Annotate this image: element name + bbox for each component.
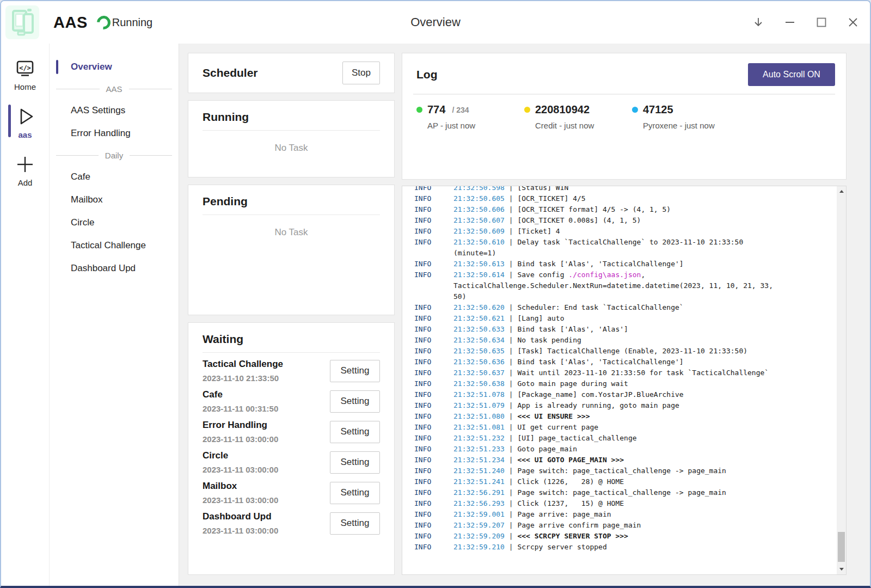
close-icon[interactable] [847,16,859,28]
log-entry-body: 21:32:51.233 | Goto page_main [453,444,786,455]
log-level: INFO [414,465,453,476]
nav-item-error-handling[interactable]: Error Handling [50,122,179,145]
rail-item-label: Home [14,82,36,91]
waiting-task-name: Circle [203,450,278,461]
metric-label: Credit - just now [524,121,632,130]
waiting-task-time: 2023-11-11 03:00:00 [203,526,278,535]
stop-button[interactable]: Stop [342,62,380,84]
log-message: Page arrive confirm page_main [517,521,641,529]
pending-card: Pending No Task [188,185,395,315]
log-level: INFO [414,455,453,465]
log-entry-body: 21:32:50.606 | [OCR_TICKET format] 4/5 -… [453,204,786,215]
log-entry: INFO 21:32:51.233 | Goto page_main [414,444,837,455]
log-entry-body: 21:32:51.078 | [Package_name] com.Yostar… [453,389,786,400]
nav-item-cafe[interactable]: Cafe [50,166,179,188]
rail-item-add[interactable]: Add [1,151,49,188]
log-entry-body: 21:32:59.001 | Page arrive: page_main [453,509,786,520]
rail-item-aas[interactable]: aas [1,103,49,140]
running-card: Running No Task [188,100,395,177]
log-separator: | [505,510,517,518]
log-level: INFO [414,204,453,215]
log-separator: | [505,347,517,355]
divider-line [130,155,172,156]
log-entry: INFO 21:32:51.234 | <<< UI GOTO PAGE_MAI… [414,455,837,465]
log-entry-body: 21:32:50.609 | [Ticket] 4 [453,226,786,237]
setting-button[interactable]: Setting [330,421,380,443]
scrollbar-down-arrow-icon[interactable] [837,565,846,574]
rail-item-home[interactable]: </> Home [1,56,49,93]
setting-button[interactable]: Setting [330,390,380,413]
maximize-icon[interactable] [815,16,827,28]
setting-button[interactable]: Setting [330,451,380,474]
log-entry: INFO 21:32:59.210 | Scrcpy server stoppe… [414,542,837,553]
log-level: INFO [414,367,453,378]
log-entry: INFO 21:32:51.232 | [UI] page_tactical_c… [414,433,837,444]
nav-item-label: Circle [71,217,94,228]
metric-dot-icon [416,107,422,113]
waiting-task-info: Tactical Challenge 2023-11-10 21:33:50 [203,359,283,383]
log-separator: | [505,445,517,453]
nav-item-overview[interactable]: Overview [50,56,179,78]
log-timestamp: 21:32:51.232 [453,434,505,442]
scheduler-status-text: Running [112,16,153,29]
dashboard-metric: 220810942 Credit - just now [524,103,632,130]
nav-item-aas-settings[interactable]: AAS Settings [50,99,179,122]
titlebar: AAS Running Overview [1,1,870,44]
scrollbar-thumb[interactable] [838,532,845,562]
setting-button[interactable]: Setting [330,482,380,504]
log-message: [OCR_TICKET 0.008s] (4, 1, 5) [517,216,641,224]
log-message: [Ticket] 4 [517,227,560,235]
log-level: INFO [414,357,453,367]
minimize-icon[interactable] [784,16,796,28]
log-timestamp: 21:32:50.633 [453,325,505,333]
update-down-arrow-icon[interactable] [752,16,764,28]
scrollbar-up-arrow-icon[interactable] [837,187,846,196]
log-timestamp: 21:32:50.606 [453,205,505,213]
log-entry-body: 21:32:50.607 | [OCR_TICKET 0.008s] (4, 1… [453,215,786,226]
log-timestamp: 21:32:50.598 [453,186,505,192]
log-level: INFO [414,259,453,270]
nav-item-label: Cafe [71,171,90,182]
waiting-task-info: Dashboard Upd 2023-11-11 03:00:00 [203,511,278,535]
log-entry-body: 21:32:50.613 | Bind task ['Alas', 'Tacti… [453,259,786,270]
log-entry: INFO 21:32:50.598 | [Status] WIN [414,186,837,193]
log-header-card: Log Auto Scroll ON 774 / 234 AP - just n… [402,53,847,180]
log-entry: INFO 21:32:50.609 | [Ticket] 4 [414,226,837,237]
nav-item-label: Tactical Challenge [71,240,146,251]
nav-item-mailbox[interactable]: Mailbox [50,188,179,211]
log-entry: INFO 21:32:59.001 | Page arrive: page_ma… [414,509,837,520]
log-entry-body: 21:32:59.209 | <<< SCRCPY SERVER STOP >>… [453,531,786,542]
log-scroll-area[interactable]: INFO 21:32:50.598 | [Status] WIN INFO 21… [402,186,837,574]
setting-button[interactable]: Setting [330,512,380,535]
waiting-task-time: 2023-11-10 21:33:50 [203,373,283,383]
log-level: INFO [414,520,453,531]
app-logo-icon [5,5,39,39]
setting-button[interactable]: Setting [330,360,380,382]
log-message: Bind task ['Alas', 'TacticalChallenge'] [517,358,683,366]
nav-item-dashboard-upd[interactable]: Dashboard Upd [50,257,179,280]
app-name: AAS [53,14,88,32]
log-entry: INFO 21:32:50.621 | [Lang] auto [414,313,837,324]
log-separator: | [505,271,517,279]
scheduler-column: Scheduler Stop Running No Task Pending N… [188,53,395,575]
running-title: Running [203,111,380,124]
log-level: INFO [414,509,453,520]
log-entry-body: 21:32:50.598 | [Status] WIN [453,186,786,193]
nav-item-circle[interactable]: Circle [50,211,179,234]
log-message: Bind task ['Alas', 'Alas'] [517,325,628,333]
log-separator: | [505,194,517,203]
nav-item-tactical-challenge[interactable]: Tactical Challenge [50,234,179,257]
log-header-row: Log Auto Scroll ON [413,62,835,87]
log-entry-body: 21:32:50.605 | [OCR_TICKET] 4/5 [453,193,786,204]
svg-text:</>: </> [19,64,31,72]
log-separator: | [505,390,517,399]
waiting-task-row: Mailbox 2023-11-11 03:00:00 Setting [203,476,380,506]
window-controls [752,1,859,44]
log-message: [Task] TacticalChallenge (Enable, 2023-1… [517,347,747,355]
waiting-title: Waiting [203,333,380,346]
log-scrollbar[interactable] [837,186,846,574]
log-message: Bind task ['Alas', 'TacticalChallenge'] [517,260,683,268]
log-level: INFO [414,498,453,509]
auto-scroll-button[interactable]: Auto Scroll ON [748,63,835,86]
log-message: Click (1237, 15) @ HOME [517,499,624,507]
